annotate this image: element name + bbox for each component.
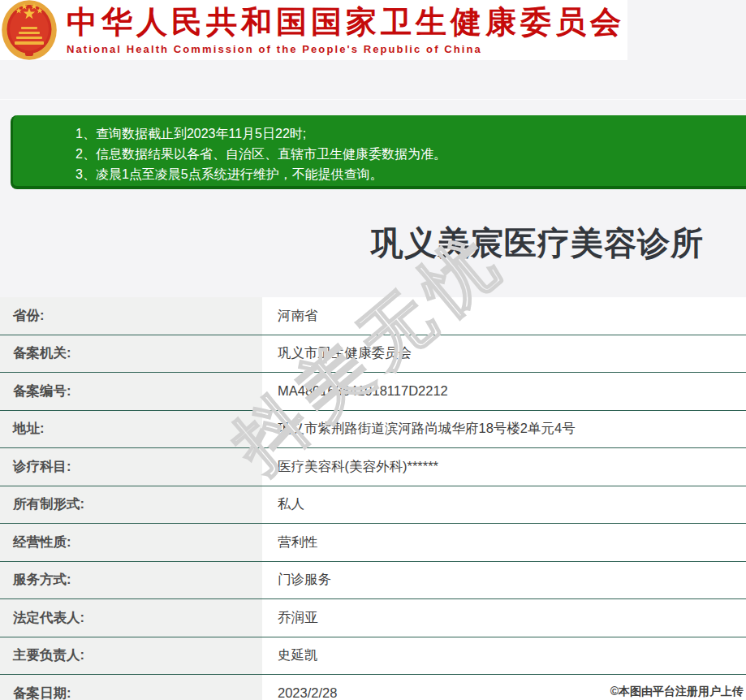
row-label: 所有制形式: (0, 486, 262, 524)
row-value: 河南省 (262, 297, 746, 335)
site-header: 中华人民共和国国家卫生健康委员会 National Health Commiss… (0, 0, 627, 60)
table-row: 服务方式: 门诊服务 (0, 562, 746, 600)
row-label: 备案日期: (0, 675, 262, 700)
row-value: 乔润亚 (262, 599, 746, 637)
table-row: 地址: 巩义市紫荆路街道滨河路尚城华府18号楼2单元4号 (0, 411, 746, 449)
row-label: 经营性质: (0, 524, 262, 561)
row-label: 地址: (0, 411, 262, 448)
header-title-cn: 中华人民共和国国家卫生健康委员会 (67, 3, 625, 41)
header-text-block: 中华人民共和国国家卫生健康委员会 National Health Commiss… (67, 3, 625, 55)
row-value: 巩义市紫荆路街道滨河路尚城华府18号楼2单元4号 (262, 411, 746, 448)
table-row: 诊疗科目: 医疗美容科(美容外科)****** (0, 448, 746, 486)
row-label: 诊疗科目: (0, 448, 262, 486)
institution-name-title: 巩义美宸医疗美容诊所 (0, 221, 746, 266)
table-row: 经营性质: 营利性 (0, 524, 746, 562)
row-label: 法定代表人: (0, 599, 262, 637)
notice-line-1: 1、查询数据截止到2023年11月5日22时; (75, 123, 738, 144)
copyright-note: ©本图由平台注册用户上传 (610, 685, 744, 699)
table-row: 备案编号: MA480168841018117D2212 (0, 373, 746, 411)
record-table: 省份: 河南省 备案机关: 巩义市卫生健康委员会 备案编号: MA4801688… (0, 297, 746, 700)
row-value: 巩义市卫生健康委员会 (262, 335, 746, 373)
row-label: 服务方式: (0, 562, 262, 599)
table-row: 省份: 河南省 (0, 297, 746, 335)
row-value: 营利性 (262, 524, 746, 561)
header-title-en: National Health Commission of the People… (67, 43, 625, 55)
row-label: 备案机关: (0, 335, 262, 373)
row-label: 主要负责人: (0, 637, 262, 675)
notice-line-3: 3、凌晨1点至凌晨5点系统进行维护，不能提供查询。 (75, 164, 738, 184)
row-label: 备案编号: (0, 373, 262, 410)
row-value: MA480168841018117D2212 (262, 373, 746, 410)
header-divider (0, 99, 746, 100)
row-value: 医疗美容科(美容外科)****** (262, 448, 746, 486)
row-value: 史延凯 (262, 637, 746, 675)
table-row: 所有制形式: 私人 (0, 486, 746, 525)
row-value: 门诊服务 (262, 562, 746, 599)
table-row: 法定代表人: 乔润亚 (0, 599, 746, 637)
row-value: 私人 (262, 486, 746, 524)
row-label: 省份: (0, 297, 262, 335)
table-row: 主要负责人: 史延凯 (0, 637, 746, 676)
prc-national-emblem-icon (1, 0, 58, 60)
query-notice-box: 1、查询数据截止到2023年11月5日22时; 2、信息数据结果以各省、自治区、… (11, 115, 746, 189)
table-row: 备案机关: 巩义市卫生健康委员会 (0, 335, 746, 374)
notice-line-2: 2、信息数据结果以各省、自治区、直辖市卫生健康委数据为准。 (75, 144, 738, 164)
